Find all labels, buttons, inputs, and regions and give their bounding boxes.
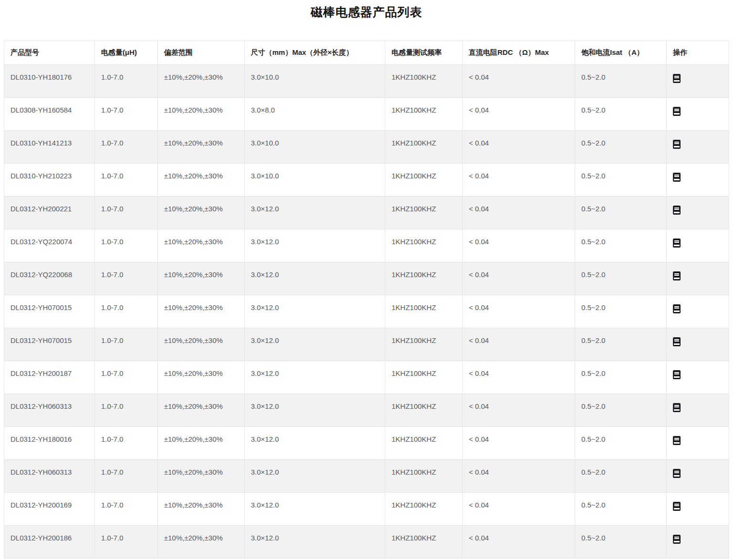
cell-model: DL0312-YH200186 <box>4 526 95 559</box>
cell-size: 3.0×10.0 <box>245 65 385 98</box>
cell-isat: 0.5~2.0 <box>575 131 667 164</box>
view-detail-button[interactable] <box>673 337 681 346</box>
cell-isat: 0.5~2.0 <box>575 164 667 197</box>
cell-action <box>667 164 729 197</box>
cell-test-frequency: 1KHZ100KHZ <box>385 361 463 394</box>
cell-rdc-max: < 0.04 <box>463 262 575 295</box>
cell-isat: 0.5~2.0 <box>575 262 667 295</box>
cell-inductance: 1.0-7.0 <box>95 460 158 493</box>
cell-test-frequency: 1KHZ100KHZ <box>385 262 463 295</box>
cell-tolerance: ±10%,±20%,±30% <box>158 460 245 493</box>
cell-model: DL0312-YQ220068 <box>4 262 95 295</box>
table-row: DL0312-YH060313 1.0-7.0 ±10%,±20%,±30% 3… <box>4 394 729 427</box>
cell-inductance: 1.0-7.0 <box>95 262 158 295</box>
cell-rdc-max: < 0.04 <box>463 361 575 394</box>
view-detail-button[interactable] <box>673 239 681 248</box>
cell-size: 3.0×12.0 <box>245 328 385 361</box>
view-detail-button[interactable] <box>673 304 681 313</box>
col-header-tolerance: 偏差范围 <box>158 41 245 65</box>
view-detail-button[interactable] <box>673 271 681 280</box>
cell-size: 3.0×12.0 <box>245 197 385 229</box>
cell-isat: 0.5~2.0 <box>575 328 667 361</box>
cell-tolerance: ±10%,±20%,±30% <box>158 164 245 197</box>
cell-test-frequency: 1KHZ100KHZ <box>385 229 463 262</box>
cell-rdc-max: < 0.04 <box>463 526 575 559</box>
cell-isat: 0.5~2.0 <box>575 460 667 493</box>
cell-test-frequency: 1KHZ100KHZ <box>385 164 463 197</box>
cell-inductance: 1.0-7.0 <box>95 361 158 394</box>
view-detail-button[interactable] <box>673 403 681 412</box>
cell-action <box>667 65 729 98</box>
cell-test-frequency: 1KHZ100KHZ <box>385 394 463 427</box>
cell-size: 3.0×12.0 <box>245 295 385 328</box>
cell-model: DL0312-YH060313 <box>4 394 95 427</box>
cell-action <box>667 493 729 526</box>
cell-model: DL0310-YH141213 <box>4 131 95 164</box>
document-icon <box>673 107 681 116</box>
table-row: DL0312-YH200169 1.0-7.0 ±10%,±20%,±30% 3… <box>4 493 729 526</box>
table-row: DL0312-YH200186 1.0-7.0 ±10%,±20%,±30% 3… <box>4 526 729 559</box>
view-detail-button[interactable] <box>673 502 681 511</box>
cell-isat: 0.5~2.0 <box>575 229 667 262</box>
cell-rdc-max: < 0.04 <box>463 427 575 460</box>
col-header-rdc-max: 直流电阻RDC （Ω）Max <box>463 41 575 65</box>
table-row: DL0312-YH180016 1.0-7.0 ±10%,±20%,±30% 3… <box>4 427 729 460</box>
cell-test-frequency: 1KHZ100KHZ <box>385 98 463 131</box>
view-detail-button[interactable] <box>673 436 681 445</box>
cell-inductance: 1.0-7.0 <box>95 295 158 328</box>
cell-action <box>667 197 729 229</box>
document-icon <box>673 403 681 412</box>
view-detail-button[interactable] <box>673 107 681 116</box>
view-detail-button[interactable] <box>673 74 681 83</box>
view-detail-button[interactable] <box>673 370 681 379</box>
cell-action <box>667 526 729 559</box>
cell-action <box>667 394 729 427</box>
cell-action <box>667 427 729 460</box>
cell-inductance: 1.0-7.0 <box>95 229 158 262</box>
table-body: DL0310-YH180176 1.0-7.0 ±10%,±20%,±30% 3… <box>4 65 729 559</box>
cell-inductance: 1.0-7.0 <box>95 164 158 197</box>
cell-tolerance: ±10%,±20%,±30% <box>158 262 245 295</box>
cell-test-frequency: 1KHZ100KHZ <box>385 197 463 229</box>
document-icon <box>673 74 681 83</box>
cell-tolerance: ±10%,±20%,±30% <box>158 328 245 361</box>
cell-tolerance: ±10%,±20%,±30% <box>158 295 245 328</box>
cell-isat: 0.5~2.0 <box>575 526 667 559</box>
table-row: DL0308-YH160584 1.0-7.0 ±10%,±20%,±30% 3… <box>4 98 729 131</box>
document-icon <box>673 140 681 149</box>
cell-action <box>667 262 729 295</box>
cell-size: 3.0×12.0 <box>245 262 385 295</box>
view-detail-button[interactable] <box>673 206 681 215</box>
cell-inductance: 1.0-7.0 <box>95 328 158 361</box>
col-header-isat: 饱和电流Isat （A） <box>575 41 667 65</box>
cell-model: DL0312-YQ220074 <box>4 229 95 262</box>
cell-size: 3.0×12.0 <box>245 493 385 526</box>
cell-rdc-max: < 0.04 <box>463 394 575 427</box>
cell-test-frequency: 1KHZ100KHZ <box>385 427 463 460</box>
cell-isat: 0.5~2.0 <box>575 394 667 427</box>
cell-size: 3.0×12.0 <box>245 394 385 427</box>
cell-action <box>667 460 729 493</box>
document-icon <box>673 173 681 182</box>
cell-rdc-max: < 0.04 <box>463 460 575 493</box>
cell-tolerance: ±10%,±20%,±30% <box>158 493 245 526</box>
cell-rdc-max: < 0.04 <box>463 164 575 197</box>
cell-action <box>667 295 729 328</box>
cell-size: 3.0×10.0 <box>245 131 385 164</box>
cell-size: 3.0×12.0 <box>245 229 385 262</box>
cell-model: DL0310-YH180176 <box>4 65 95 98</box>
cell-size: 3.0×12.0 <box>245 427 385 460</box>
view-detail-button[interactable] <box>673 535 681 544</box>
cell-model: DL0312-YH060313 <box>4 460 95 493</box>
table-row: DL0312-YQ220074 1.0-7.0 ±10%,±20%,±30% 3… <box>4 229 729 262</box>
cell-inductance: 1.0-7.0 <box>95 98 158 131</box>
cell-tolerance: ±10%,±20%,±30% <box>158 98 245 131</box>
cell-tolerance: ±10%,±20%,±30% <box>158 131 245 164</box>
cell-tolerance: ±10%,±20%,±30% <box>158 394 245 427</box>
cell-action <box>667 98 729 131</box>
view-detail-button[interactable] <box>673 173 681 182</box>
view-detail-button[interactable] <box>673 140 681 149</box>
cell-isat: 0.5~2.0 <box>575 361 667 394</box>
view-detail-button[interactable] <box>673 469 681 478</box>
cell-rdc-max: < 0.04 <box>463 197 575 229</box>
